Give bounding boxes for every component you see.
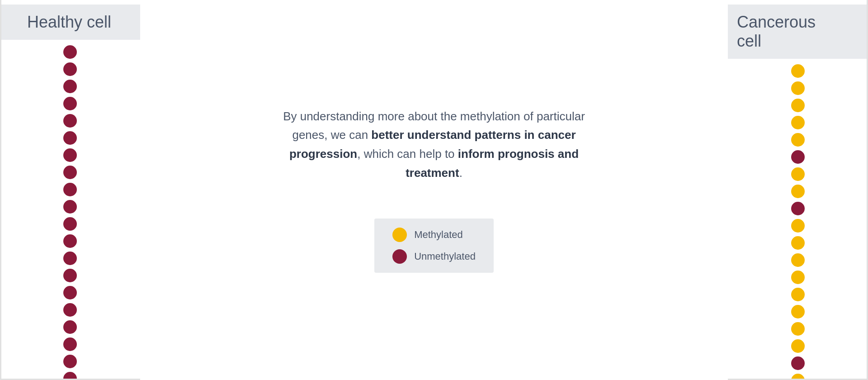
- right-dot-18: [791, 374, 805, 380]
- left-dot-6: [63, 148, 77, 162]
- left-dot-8: [63, 183, 77, 196]
- right-dot-3: [791, 116, 805, 129]
- right-dot-2: [791, 99, 805, 112]
- right-dot-7: [791, 185, 805, 198]
- right-dot-4: [791, 133, 805, 147]
- left-dots-column: [63, 43, 77, 380]
- left-dot-16: [63, 320, 77, 334]
- healthy-cell-label: Healthy cell: [27, 13, 111, 32]
- right-header: Cancerous cell: [728, 5, 868, 59]
- left-dot-11: [63, 234, 77, 248]
- right-dot-8: [791, 202, 805, 215]
- left-dot-3: [63, 97, 77, 110]
- left-dot-1: [63, 62, 77, 76]
- legend-methylated-item: Methylated: [392, 228, 476, 242]
- left-dot-4: [63, 114, 77, 128]
- right-dot-15: [791, 322, 805, 336]
- description-text-part2: , which can help to: [357, 147, 458, 161]
- left-dot-19: [63, 372, 77, 380]
- right-dot-6: [791, 167, 805, 181]
- right-dot-16: [791, 339, 805, 353]
- left-column: Healthy cell: [0, 0, 140, 380]
- left-dot-7: [63, 166, 77, 179]
- description-text-end: .: [459, 166, 462, 180]
- right-dots-column: [791, 62, 805, 380]
- right-dot-11: [791, 253, 805, 267]
- unmethylated-dot-icon: [392, 249, 407, 264]
- legend-unmethylated-item: Unmethylated: [392, 249, 476, 264]
- left-dot-14: [63, 286, 77, 299]
- cancerous-cell-label: Cancerous cell: [737, 13, 841, 51]
- left-dot-5: [63, 131, 77, 145]
- left-dot-17: [63, 337, 77, 351]
- right-dot-14: [791, 305, 805, 318]
- center-content: By understanding more about the methylat…: [140, 0, 728, 380]
- main-container: Healthy cell By understanding more about…: [0, 0, 868, 380]
- left-dot-2: [63, 80, 77, 93]
- right-column: Cancerous cell: [728, 0, 868, 380]
- right-dot-1: [791, 81, 805, 95]
- right-dot-9: [791, 219, 805, 233]
- legend: Methylated Unmethylated: [374, 218, 494, 273]
- unmethylated-label: Unmethylated: [414, 251, 476, 262]
- right-dot-17: [791, 356, 805, 370]
- left-dot-18: [63, 355, 77, 368]
- methylated-dot-icon: [392, 228, 407, 242]
- right-dot-12: [791, 271, 805, 284]
- left-dot-12: [63, 252, 77, 265]
- left-dot-10: [63, 217, 77, 231]
- methylated-label: Methylated: [414, 229, 463, 241]
- left-dot-9: [63, 200, 77, 214]
- left-dot-15: [63, 303, 77, 317]
- left-dot-0: [63, 45, 77, 59]
- description-paragraph: By understanding more about the methylat…: [271, 107, 597, 182]
- right-dot-10: [791, 236, 805, 250]
- left-header: Healthy cell: [0, 5, 140, 40]
- right-dot-5: [791, 150, 805, 164]
- right-dot-0: [791, 64, 805, 78]
- left-dot-13: [63, 269, 77, 282]
- right-dot-13: [791, 288, 805, 301]
